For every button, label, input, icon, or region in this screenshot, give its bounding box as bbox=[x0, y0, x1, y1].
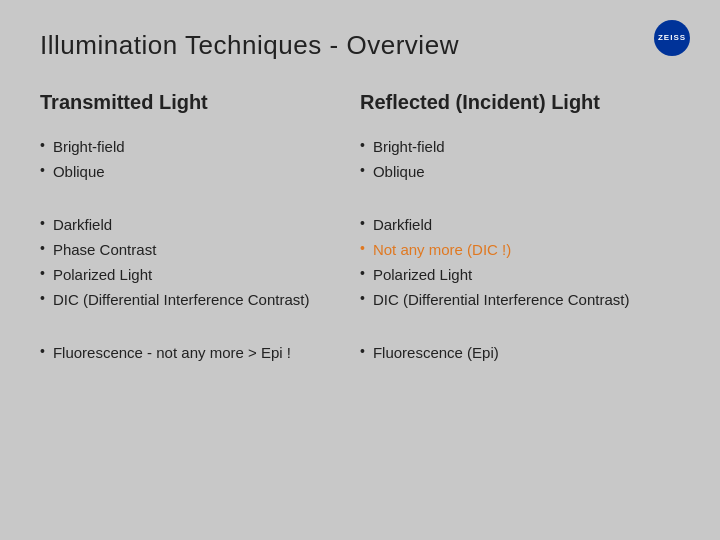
right-column: Reflected (Incident) Light Bright-field … bbox=[360, 91, 680, 379]
left-list-3: Fluorescence - not any more > Epi ! bbox=[40, 342, 340, 363]
list-item: Polarized Light bbox=[360, 264, 660, 285]
list-item: DIC (Differential Interference Contrast) bbox=[360, 289, 660, 310]
list-item: Bright-field bbox=[360, 136, 660, 157]
divider bbox=[40, 198, 340, 214]
list-item: Oblique bbox=[40, 161, 340, 182]
zeiss-logo: ZEISS bbox=[630, 20, 690, 60]
list-item: Bright-field bbox=[40, 136, 340, 157]
slide-title: Illumination Techniques - Overview bbox=[40, 30, 680, 61]
right-list-3: Fluorescence (Epi) bbox=[360, 342, 660, 363]
right-column-heading: Reflected (Incident) Light bbox=[360, 91, 660, 118]
right-list-2: Darkfield Not any more (DIC !) Polarized… bbox=[360, 214, 660, 310]
list-item-highlighted: Not any more (DIC !) bbox=[360, 239, 660, 260]
content-columns: Transmitted Light Bright-field Oblique D… bbox=[40, 91, 680, 379]
left-column-heading: Transmitted Light bbox=[40, 91, 340, 118]
slide: ZEISS Illumination Techniques - Overview… bbox=[0, 0, 720, 540]
logo-circle: ZEISS bbox=[654, 20, 690, 56]
right-section-1: Bright-field Oblique bbox=[360, 136, 660, 182]
list-item: Phase Contrast bbox=[40, 239, 340, 260]
right-section-2: Darkfield Not any more (DIC !) Polarized… bbox=[360, 214, 660, 310]
list-item: Polarized Light bbox=[40, 264, 340, 285]
left-list-2: Darkfield Phase Contrast Polarized Light… bbox=[40, 214, 340, 310]
list-item: Fluorescence - not any more > Epi ! bbox=[40, 342, 340, 363]
divider bbox=[40, 326, 340, 342]
logo-text: ZEISS bbox=[658, 34, 686, 43]
left-section-2: Darkfield Phase Contrast Polarized Light… bbox=[40, 214, 340, 310]
left-section-3: Fluorescence - not any more > Epi ! bbox=[40, 342, 340, 363]
list-item: DIC (Differential Interference Contrast) bbox=[40, 289, 340, 310]
left-list-1: Bright-field Oblique bbox=[40, 136, 340, 182]
divider bbox=[360, 326, 660, 342]
divider bbox=[360, 198, 660, 214]
list-item: Darkfield bbox=[360, 214, 660, 235]
right-section-3: Fluorescence (Epi) bbox=[360, 342, 660, 363]
left-column: Transmitted Light Bright-field Oblique D… bbox=[40, 91, 360, 379]
right-list-1: Bright-field Oblique bbox=[360, 136, 660, 182]
list-item: Fluorescence (Epi) bbox=[360, 342, 660, 363]
list-item: Oblique bbox=[360, 161, 660, 182]
list-item: Darkfield bbox=[40, 214, 340, 235]
left-section-1: Bright-field Oblique bbox=[40, 136, 340, 182]
